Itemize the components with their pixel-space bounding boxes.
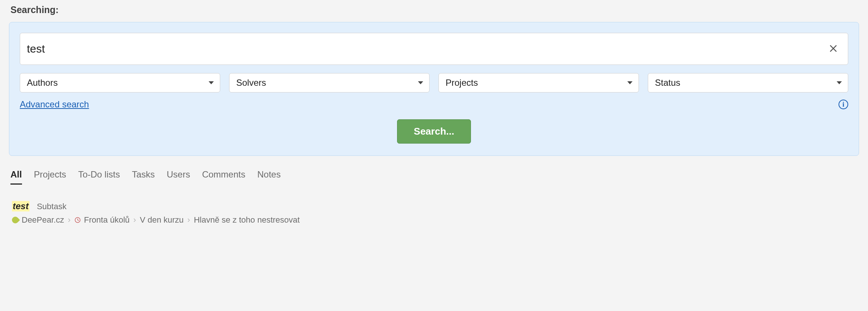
breadcrumb-separator-icon: › xyxy=(133,215,136,225)
search-input-row xyxy=(20,33,848,65)
result-title[interactable]: test xyxy=(12,201,29,211)
filter-solvers[interactable]: Solvers xyxy=(229,73,430,92)
breadcrumb-label: Hlavně se z toho nestresovat xyxy=(194,215,300,225)
clear-icon[interactable] xyxy=(825,41,841,57)
breadcrumb-item[interactable]: V den kurzu xyxy=(140,215,184,225)
search-input[interactable] xyxy=(27,43,825,55)
result-header: test Subtask xyxy=(12,201,859,211)
breadcrumb-label: DeePear.cz xyxy=(22,215,64,225)
chevron-down-icon xyxy=(209,81,214,84)
chevron-down-icon xyxy=(418,81,423,84)
breadcrumb-item[interactable]: Hlavně se z toho nestresovat xyxy=(194,215,300,225)
svg-line-4 xyxy=(78,220,79,221)
tab-notes[interactable]: Notes xyxy=(257,169,281,185)
filter-label: Projects xyxy=(446,78,478,88)
tab-all[interactable]: All xyxy=(10,169,22,185)
breadcrumb-separator-icon: › xyxy=(187,215,190,225)
tab-projects[interactable]: Projects xyxy=(34,169,66,185)
filter-status[interactable]: Status xyxy=(648,73,848,92)
chevron-down-icon xyxy=(837,81,842,84)
search-button[interactable]: Search... xyxy=(397,119,471,144)
tab-comments[interactable]: Comments xyxy=(202,169,245,185)
breadcrumb-item[interactable]: Fronta úkolů xyxy=(74,215,129,225)
breadcrumb: DeePear.cz › Fronta úkolů › V den kurzu … xyxy=(12,215,859,225)
breadcrumb-label: Fronta úkolů xyxy=(84,215,129,225)
breadcrumb-item[interactable]: DeePear.cz xyxy=(12,215,64,225)
tab-users[interactable]: Users xyxy=(167,169,190,185)
tab-tasks[interactable]: Tasks xyxy=(132,169,154,185)
page-title: Searching: xyxy=(10,4,859,15)
breadcrumb-separator-icon: › xyxy=(68,215,71,225)
info-icon[interactable]: i xyxy=(839,100,848,109)
filter-label: Authors xyxy=(27,78,58,88)
result-type: Subtask xyxy=(37,202,67,211)
leaf-icon xyxy=(10,215,20,224)
filter-projects[interactable]: Projects xyxy=(438,73,639,92)
search-result: test Subtask DeePear.cz › Fronta úkolů ›… xyxy=(12,201,859,225)
chevron-down-icon xyxy=(627,81,633,84)
clock-icon xyxy=(74,217,81,223)
advanced-row: Advanced search i xyxy=(20,99,848,110)
filter-label: Status xyxy=(655,78,680,88)
filters-row: Authors Solvers Projects Status xyxy=(20,73,848,92)
search-button-row: Search... xyxy=(20,119,848,144)
filter-label: Solvers xyxy=(236,78,266,88)
breadcrumb-label: V den kurzu xyxy=(140,215,184,225)
tab-todo-lists[interactable]: To-Do lists xyxy=(78,169,120,185)
advanced-search-link[interactable]: Advanced search xyxy=(20,99,89,110)
search-panel: Authors Solvers Projects Status Advanced… xyxy=(9,22,859,156)
filter-authors[interactable]: Authors xyxy=(20,73,220,92)
results-tabs: All Projects To-Do lists Tasks Users Com… xyxy=(10,169,859,185)
